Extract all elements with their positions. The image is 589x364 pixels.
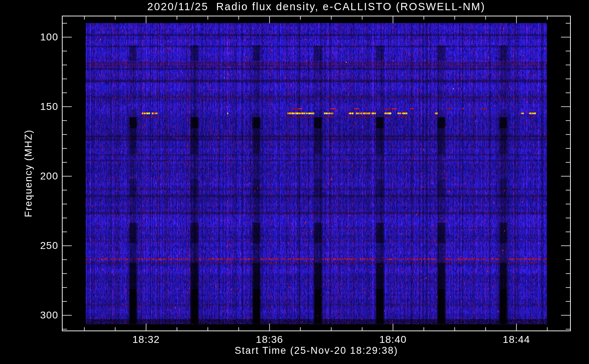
x-tick-label: 18:40	[368, 334, 419, 345]
plot-title: 2020/11/25 Radio flux density, e-CALLIST…	[62, 1, 570, 13]
x-tick-label: 18:44	[491, 334, 542, 345]
x-tick-label: 18:32	[120, 334, 171, 345]
x-tick-label: 18:36	[244, 334, 295, 345]
plot-frame	[62, 16, 570, 331]
y-tick-label: 250	[32, 240, 58, 252]
plot-axes	[0, 0, 589, 364]
y-tick-label: 100	[32, 31, 58, 43]
y-tick-label: 150	[32, 101, 58, 112]
y-tick-label: 200	[32, 170, 58, 182]
spectrogram-page: 2020/11/25 Radio flux density, e-CALLIST…	[0, 0, 589, 364]
x-axis-label: Start Time (25-Nov-20 18:29:38)	[62, 345, 570, 356]
y-tick-label: 300	[32, 309, 58, 321]
